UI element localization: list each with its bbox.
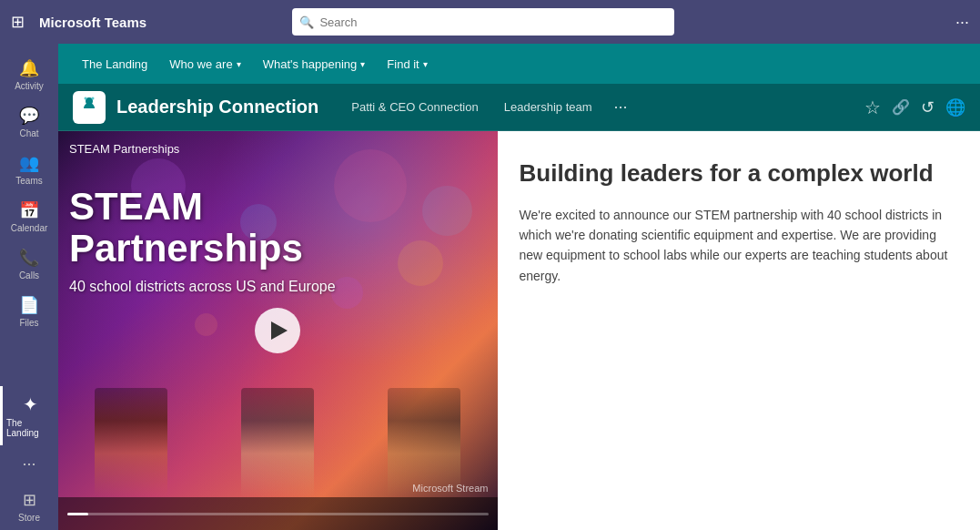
- video-section: STEAM Partnerships STEAM Partnerships 40…: [58, 131, 498, 530]
- logo-svg: [78, 94, 100, 116]
- sidebar-label-the-landing: The Landing: [6, 418, 55, 438]
- nav-label-the-landing: The Landing: [82, 57, 147, 71]
- chevron-down-icon-3: ▾: [423, 59, 428, 69]
- teams-icon: 👥: [19, 153, 39, 173]
- children-area: [58, 370, 498, 497]
- app-title-header: Leadership Connection: [116, 97, 318, 117]
- nav-label-find-it: Find it: [387, 57, 419, 71]
- sidebar-more-icon[interactable]: ···: [13, 445, 45, 483]
- calendar-icon: 📅: [19, 200, 39, 220]
- nav-item-who-we-are[interactable]: Who we are ▾: [160, 52, 249, 76]
- more-options-icon[interactable]: ···: [955, 13, 969, 32]
- store-icon: ⊞: [23, 490, 36, 510]
- app-nav-more-icon[interactable]: ···: [607, 94, 635, 120]
- right-panel: Building leaders for a complex world We'…: [498, 131, 981, 530]
- search-icon: 🔍: [299, 15, 314, 29]
- landing-icon: ✦: [23, 393, 38, 415]
- sidebar-label-chat: Chat: [19, 128, 38, 138]
- main-content: STEAM Partnerships STEAM Partnerships 40…: [58, 131, 980, 530]
- sidebar-label-calls: Calls: [19, 270, 39, 280]
- sidebar-item-calendar[interactable]: 📅 Calendar: [0, 193, 58, 240]
- child-figure-1: [95, 388, 167, 497]
- video-bottom-bar: [58, 497, 498, 530]
- video-progress-bar[interactable]: [67, 513, 489, 515]
- child-figure-3: [388, 388, 460, 497]
- right-heading: Building leaders for a complex world: [520, 158, 959, 189]
- search-bar-container: 🔍: [292, 8, 674, 36]
- sidebar-item-chat[interactable]: 💬 Chat: [0, 98, 58, 146]
- chat-icon: 💬: [19, 106, 39, 126]
- nav-item-whats-happening[interactable]: What's happening ▾: [254, 52, 375, 76]
- sidebar: 🔔 Activity 💬 Chat 👥 Teams 📅 Calendar 📞 C…: [0, 44, 58, 530]
- svg-point-1: [85, 97, 87, 100]
- video-top-label: STEAM Partnerships: [69, 142, 179, 156]
- nav-label-who-we-are: Who we are: [169, 57, 232, 71]
- app-nav: Patti & CEO Connection Leadership team ·…: [340, 94, 634, 120]
- app-nav-leadership-team[interactable]: Leadership team: [493, 95, 603, 119]
- calls-icon: 📞: [19, 248, 39, 268]
- app-logo: [73, 91, 106, 124]
- video-watermark: Microsoft Stream: [412, 483, 488, 494]
- globe-icon[interactable]: 🌐: [945, 97, 965, 117]
- nav-item-the-landing[interactable]: The Landing: [73, 52, 157, 76]
- sidebar-label-teams: Teams: [15, 176, 42, 186]
- video-background: STEAM Partnerships STEAM Partnerships 40…: [58, 131, 498, 530]
- play-triangle-icon: [271, 321, 288, 340]
- bokeh-3: [334, 149, 407, 222]
- sidebar-label-store: Store: [18, 513, 40, 523]
- right-body: We're excited to announce our STEM partn…: [520, 205, 959, 287]
- sidebar-item-files[interactable]: 📄 Files: [0, 288, 58, 335]
- chevron-down-icon: ▾: [237, 59, 241, 69]
- sidebar-label-files: Files: [19, 318, 38, 328]
- child-figure-2: [241, 388, 314, 497]
- svg-point-2: [92, 97, 95, 100]
- video-big-text-line1: STEAM Partnerships: [69, 186, 336, 270]
- main-layout: 🔔 Activity 💬 Chat 👥 Teams 📅 Calendar 📞 C…: [0, 44, 980, 530]
- activity-icon: 🔔: [19, 58, 39, 78]
- nav-item-find-it[interactable]: Find it ▾: [378, 52, 436, 76]
- nav-bar: The Landing Who we are ▾ What's happenin…: [58, 44, 980, 84]
- grid-icon[interactable]: ⊞: [11, 12, 25, 32]
- chevron-down-icon-2: ▾: [360, 59, 365, 69]
- app-header: Leadership Connection Patti & CEO Connec…: [58, 84, 980, 131]
- bokeh-6: [422, 186, 472, 236]
- sidebar-label-activity: Activity: [15, 81, 44, 91]
- nav-label-whats-happening: What's happening: [263, 57, 358, 71]
- sidebar-item-store[interactable]: ⊞ Store: [0, 483, 58, 530]
- star-icon[interactable]: ☆: [864, 97, 881, 118]
- search-input[interactable]: [292, 8, 674, 36]
- content-area: The Landing Who we are ▾ What's happenin…: [58, 44, 980, 530]
- bokeh-5: [331, 277, 363, 309]
- app-nav-patti-ceo[interactable]: Patti & CEO Connection: [340, 95, 489, 119]
- app-header-right: ☆ 🔗 ↺ 🌐: [864, 97, 965, 118]
- video-sub-text: 40 school districts across US and Europe: [69, 279, 336, 295]
- link-icon[interactable]: 🔗: [892, 98, 910, 116]
- app-title: Microsoft Teams: [39, 15, 146, 30]
- video-progress-fill: [67, 513, 88, 515]
- play-button[interactable]: [255, 308, 300, 353]
- bokeh-4: [398, 240, 443, 286]
- sidebar-label-calendar: Calendar: [11, 223, 48, 233]
- sidebar-item-the-landing[interactable]: ✦ The Landing: [0, 386, 58, 445]
- sidebar-item-calls[interactable]: 📞 Calls: [0, 240, 58, 288]
- sidebar-item-teams[interactable]: 👥 Teams: [0, 146, 58, 193]
- app-logo-letter: [78, 94, 100, 120]
- top-bar: ⊞ Microsoft Teams 🔍 ···: [0, 0, 980, 44]
- sidebar-item-activity[interactable]: 🔔 Activity: [0, 51, 58, 98]
- refresh-icon[interactable]: ↺: [921, 97, 935, 117]
- files-icon: 📄: [19, 295, 39, 315]
